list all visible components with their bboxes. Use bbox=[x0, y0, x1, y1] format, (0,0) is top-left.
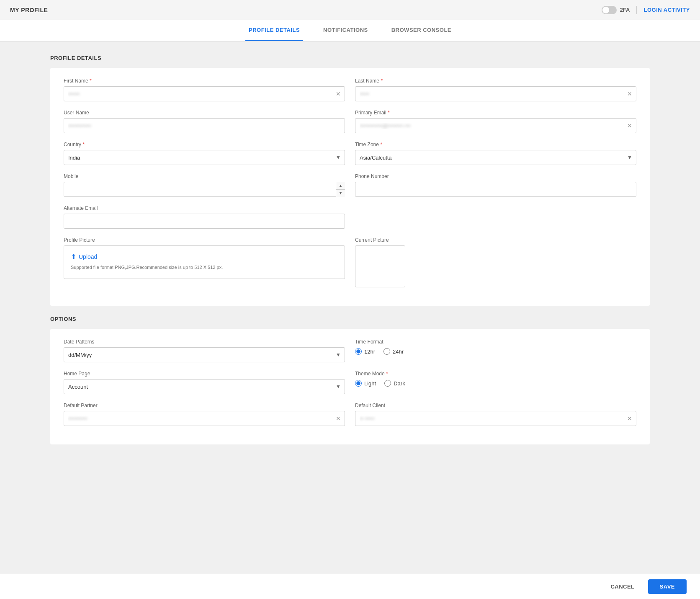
date-patterns-select-wrapper: dd/MM/yy ▼ bbox=[64, 347, 345, 362]
home-page-select-wrapper: Account ▼ bbox=[64, 379, 345, 394]
save-button[interactable]: SAVE bbox=[648, 579, 687, 594]
theme-light-label: Light bbox=[364, 380, 376, 387]
2fa-toggle[interactable] bbox=[602, 6, 617, 14]
homepage-theme-row: Home Page Account ▼ Theme Mode * Light bbox=[64, 371, 636, 394]
primary-email-label: Primary Email * bbox=[355, 110, 636, 116]
first-name-label: First Name * bbox=[64, 78, 345, 84]
tab-profile-details[interactable]: PROFILE DETAILS bbox=[245, 20, 303, 41]
default-partner-clear-button[interactable]: ✕ bbox=[335, 415, 342, 422]
username-group: User Name bbox=[64, 110, 345, 133]
theme-mode-radio-group: Light Dark bbox=[355, 380, 636, 387]
theme-dark-option[interactable]: Dark bbox=[384, 380, 405, 387]
time-12hr-option[interactable]: 12hr bbox=[355, 348, 375, 355]
upload-icon: ⬆ bbox=[71, 253, 76, 261]
placeholder-group bbox=[355, 205, 636, 229]
profile-details-card: First Name * ✕ Last Name * ✕ User bbox=[50, 68, 650, 306]
header-right: 2FA LOGIN ACTIVITY bbox=[602, 6, 690, 14]
app-title: MY PROFILE bbox=[10, 7, 48, 13]
default-client-clear-button[interactable]: ✕ bbox=[626, 415, 633, 422]
cancel-button[interactable]: CANCEL bbox=[604, 580, 641, 593]
2fa-toggle-group: 2FA bbox=[602, 6, 630, 14]
default-partner-input-wrapper: ✕ bbox=[64, 411, 345, 426]
default-partner-label: Default Partner bbox=[64, 403, 345, 408]
time-12hr-label: 12hr bbox=[364, 349, 375, 355]
theme-mode-group: Theme Mode * Light Dark bbox=[355, 371, 636, 387]
default-client-input-wrapper: ✕ bbox=[355, 411, 636, 426]
primary-email-input[interactable] bbox=[355, 118, 636, 133]
footer: CANCEL SAVE bbox=[0, 574, 700, 599]
username-input[interactable] bbox=[64, 118, 345, 133]
app-header: MY PROFILE 2FA LOGIN ACTIVITY bbox=[0, 0, 700, 20]
country-group: Country * India ▼ bbox=[64, 142, 345, 165]
default-partner-input[interactable] bbox=[64, 411, 345, 426]
timezone-group: Time Zone * Asia/Calcutta ▼ bbox=[355, 142, 636, 165]
time-24hr-label: 24hr bbox=[393, 349, 404, 355]
alternate-email-input[interactable] bbox=[64, 214, 345, 229]
timezone-select-wrapper: Asia/Calcutta ▼ bbox=[355, 150, 636, 165]
mobile-spinner-up[interactable]: ▲ bbox=[336, 182, 345, 190]
theme-dark-radio[interactable] bbox=[384, 380, 391, 387]
country-select[interactable]: India bbox=[64, 150, 345, 165]
options-card: Date Patterns dd/MM/yy ▼ Time Format 12h… bbox=[50, 329, 650, 444]
username-label: User Name bbox=[64, 110, 345, 116]
timezone-label: Time Zone * bbox=[355, 142, 636, 147]
time-24hr-option[interactable]: 24hr bbox=[383, 348, 404, 355]
current-picture-display bbox=[355, 245, 405, 287]
time-12hr-radio[interactable] bbox=[355, 348, 362, 355]
alternate-email-input-wrapper bbox=[64, 214, 345, 229]
date-patterns-select[interactable]: dd/MM/yy bbox=[64, 347, 345, 362]
country-label: Country * bbox=[64, 142, 345, 147]
theme-light-radio[interactable] bbox=[355, 380, 362, 387]
timezone-select[interactable]: Asia/Calcutta bbox=[355, 150, 636, 165]
partner-client-row: Default Partner ✕ Default Client ✕ bbox=[64, 403, 636, 426]
first-name-group: First Name * ✕ bbox=[64, 78, 345, 101]
first-name-input-wrapper: ✕ bbox=[64, 86, 345, 101]
picture-row: Profile Picture ⬆ Upload Supported file … bbox=[64, 237, 636, 287]
last-name-input[interactable] bbox=[355, 86, 636, 101]
mobile-phone-row: Mobile ▲ ▼ Phone Number bbox=[64, 173, 636, 197]
mobile-input[interactable] bbox=[64, 182, 345, 197]
login-activity-button[interactable]: LOGIN ACTIVITY bbox=[643, 7, 690, 13]
first-name-clear-button[interactable]: ✕ bbox=[335, 90, 342, 98]
primary-email-clear-button[interactable]: ✕ bbox=[626, 122, 633, 129]
upload-area: ⬆ Upload Supported file format:PNG,JPG.R… bbox=[64, 245, 345, 279]
header-divider bbox=[636, 6, 637, 14]
primary-email-group: Primary Email * ✕ bbox=[355, 110, 636, 133]
2fa-label: 2FA bbox=[620, 7, 630, 13]
date-patterns-group: Date Patterns dd/MM/yy ▼ bbox=[64, 339, 345, 362]
username-input-wrapper bbox=[64, 118, 345, 133]
current-picture-group: Current Picture bbox=[355, 237, 636, 287]
tab-notifications[interactable]: NOTIFICATIONS bbox=[320, 20, 371, 41]
date-time-row: Date Patterns dd/MM/yy ▼ Time Format 12h… bbox=[64, 339, 636, 362]
upload-button[interactable]: ⬆ Upload bbox=[71, 253, 97, 261]
phone-group: Phone Number bbox=[355, 173, 636, 197]
phone-label: Phone Number bbox=[355, 173, 636, 179]
tabs-bar: PROFILE DETAILS NOTIFICATIONS BROWSER CO… bbox=[0, 20, 700, 41]
last-name-clear-button[interactable]: ✕ bbox=[626, 90, 633, 98]
primary-email-input-wrapper: ✕ bbox=[355, 118, 636, 133]
options-title: OPTIONS bbox=[50, 316, 650, 322]
upload-hint: Supported file format:PNG,JPG.Recommende… bbox=[71, 264, 338, 271]
tab-browser-console[interactable]: BROWSER CONSOLE bbox=[388, 20, 455, 41]
theme-light-option[interactable]: Light bbox=[355, 380, 376, 387]
time-format-radio-group: 12hr 24hr bbox=[355, 348, 636, 355]
time-format-group: Time Format 12hr 24hr bbox=[355, 339, 636, 355]
default-client-label: Default Client bbox=[355, 403, 636, 408]
mobile-spinner-down[interactable]: ▼ bbox=[336, 190, 345, 197]
default-partner-group: Default Partner ✕ bbox=[64, 403, 345, 426]
main-content: PROFILE DETAILS First Name * ✕ Last Name… bbox=[0, 41, 700, 468]
current-picture-label: Current Picture bbox=[355, 237, 636, 243]
home-page-select[interactable]: Account bbox=[64, 379, 345, 394]
phone-input[interactable] bbox=[355, 182, 636, 197]
default-client-input[interactable] bbox=[355, 411, 636, 426]
first-name-input[interactable] bbox=[64, 86, 345, 101]
profile-picture-group: Profile Picture ⬆ Upload Supported file … bbox=[64, 237, 345, 279]
alternate-email-row: Alternate Email bbox=[64, 205, 636, 229]
time-24hr-radio[interactable] bbox=[383, 348, 390, 355]
country-select-wrapper: India ▼ bbox=[64, 150, 345, 165]
default-client-group: Default Client ✕ bbox=[355, 403, 636, 426]
last-name-input-wrapper: ✕ bbox=[355, 86, 636, 101]
country-timezone-row: Country * India ▼ Time Zone * Asia/Calcu… bbox=[64, 142, 636, 165]
date-patterns-label: Date Patterns bbox=[64, 339, 345, 345]
alternate-email-group: Alternate Email bbox=[64, 205, 345, 229]
